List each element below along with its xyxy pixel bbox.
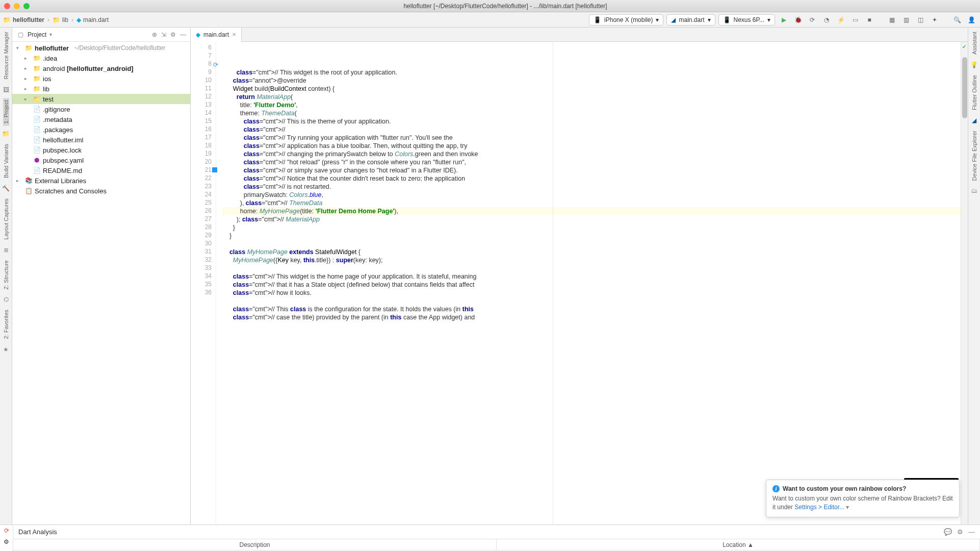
chevron-down-icon[interactable]: ▾ — [846, 504, 849, 511]
tree-label: android [helloflutter_android] — [43, 65, 134, 72]
stop-button[interactable]: ■ — [864, 14, 875, 26]
project-panel-title[interactable]: Project — [28, 31, 46, 38]
tree-item[interactable]: 📄 README.md — [12, 165, 190, 176]
image-icon: 🖼 — [2, 86, 10, 94]
tree-item[interactable]: ▸ 📁 android [helloflutter_android] — [12, 63, 190, 73]
flutter-icon: ◢ — [671, 16, 676, 23]
tree-external-libs[interactable]: ▸ 📚 External Libraries — [12, 176, 190, 186]
sdk-manager-button[interactable]: ▥ — [900, 14, 912, 26]
breadcrumb-project[interactable]: helloflutter — [13, 16, 44, 23]
target-icon[interactable]: ⊕ — [152, 31, 157, 38]
notification-popup[interactable]: i Want to custom your own rainbow colors… — [766, 480, 960, 517]
tree-item[interactable]: ▸ 📁 .idea — [12, 53, 190, 63]
editor-scrollbar[interactable]: ✔ — [961, 42, 968, 524]
code-area[interactable]: class="cmt">// This widget is the root o… — [216, 42, 961, 524]
tree-label: Scratches and Consoles — [35, 187, 107, 195]
tree-item[interactable]: ▸ 📁 ios — [12, 73, 190, 84]
editor-tab-main[interactable]: ◆ main.dart ✕ — [191, 28, 242, 42]
chevron-right-icon[interactable]: ▸ — [24, 96, 31, 102]
rail-layout-captures[interactable]: Layout Captures — [3, 196, 9, 242]
folder-icon: 📁 — [24, 44, 33, 52]
chevron-right-icon[interactable]: ▸ — [24, 56, 31, 61]
rail-project[interactable]: 1: Project — [3, 98, 9, 126]
folder-icon: 📁 — [33, 75, 41, 82]
tree-label: ios — [43, 75, 51, 83]
breadcrumb-folder[interactable]: lib — [62, 16, 68, 23]
file-icon: 📄 — [33, 126, 41, 133]
layout-inspector-button[interactable]: ◫ — [915, 14, 926, 26]
tree-scratches[interactable]: 📋 Scratches and Consoles — [12, 186, 190, 196]
rail-favorites[interactable]: 2: Favorites — [3, 308, 9, 341]
dart-file-icon: ◆ — [196, 31, 200, 38]
minimize-icon[interactable]: — — [968, 528, 975, 536]
avd-selector[interactable]: 📱 Nexus 6P... ▾ — [718, 14, 775, 26]
debug-button[interactable]: 🐞 — [792, 14, 804, 26]
maximize-window-button[interactable] — [23, 3, 30, 9]
tree-item[interactable]: 📄 .packages — [12, 124, 190, 135]
refresh-icon[interactable]: ⟳ — [4, 527, 9, 534]
chevron-right-icon[interactable]: ▸ — [24, 76, 31, 81]
notification-link[interactable]: Settings > Editor... — [794, 504, 844, 511]
avd-manager-button[interactable]: ▦ — [886, 14, 897, 26]
tree-root-path: ~/Desktop/FlutterCode/helloflutter — [74, 44, 165, 52]
left-tool-rail: Resource Manager 🖼 1: Project 📁 Build Va… — [0, 28, 12, 524]
resource-button[interactable]: ✦ — [929, 14, 940, 26]
layers-icon: ≣ — [2, 246, 10, 254]
file-icon: 📄 — [33, 116, 41, 123]
scroll-thumb[interactable] — [962, 57, 967, 118]
hide-icon[interactable]: — — [180, 31, 186, 38]
chevron-right-icon[interactable]: ▸ — [16, 178, 22, 183]
tree-root[interactable]: ▾ 📁 helloflutter ~/Desktop/FlutterCode/h… — [12, 43, 190, 53]
run-button[interactable]: ▶ — [778, 14, 789, 26]
col-location[interactable]: Location ▲ — [497, 539, 980, 550]
chevron-right-icon: › — [46, 16, 50, 23]
window-controls — [4, 3, 30, 9]
search-button[interactable]: 🔍 — [951, 14, 963, 26]
feedback-icon[interactable]: 💬 — [944, 528, 952, 536]
runconfig-label: main.dart — [679, 16, 704, 23]
tree-item[interactable]: 📄 pubspec.lock — [12, 145, 190, 155]
check-icon: ✔ — [962, 44, 966, 49]
profile-button[interactable]: ◔ — [821, 14, 832, 26]
tree-item[interactable]: 📄 .metadata — [12, 114, 190, 124]
project-tree[interactable]: ▾ 📁 helloflutter ~/Desktop/FlutterCode/h… — [12, 42, 190, 524]
tree-label: .idea — [43, 55, 57, 62]
rail-resource-manager[interactable]: Resource Manager — [3, 30, 9, 82]
tree-item[interactable]: 📄 .gitignore — [12, 104, 190, 114]
user-icon[interactable]: 👤 — [966, 14, 977, 26]
folder-icon: 📁 — [53, 16, 60, 23]
notification-title: Want to custom your own rainbow colors? — [783, 485, 906, 492]
close-window-button[interactable] — [4, 3, 10, 9]
close-icon[interactable]: ✕ — [232, 32, 236, 37]
coverage-button[interactable]: ⟳ — [807, 14, 818, 26]
folder-icon: 📁 — [33, 65, 41, 72]
yaml-icon: ⬢ — [33, 157, 41, 164]
gear-icon[interactable]: ⚙ — [4, 538, 9, 545]
col-description[interactable]: Description — [13, 539, 497, 550]
chevron-right-icon[interactable]: ▸ — [24, 66, 31, 71]
device-selector[interactable]: 📱 iPhone X (mobile) ▾ — [589, 14, 663, 26]
hot-reload-button[interactable]: ⚡ — [835, 14, 846, 26]
tree-item[interactable]: ⬢ pubspec.yaml — [12, 155, 190, 165]
chevron-down-icon[interactable]: ▾ — [49, 32, 52, 37]
tree-item[interactable]: ▸ 📁 test — [12, 94, 190, 104]
rail-structure[interactable]: Z: Structure — [3, 258, 9, 291]
tree-item[interactable]: ▸ 📁 lib — [12, 84, 190, 94]
rail-flutter-outline[interactable]: Flutter Outline — [971, 73, 977, 112]
rail-build-variants[interactable]: Build Variants — [3, 142, 9, 180]
gear-icon[interactable]: ⚙ — [957, 528, 963, 536]
chevron-down-icon[interactable]: ▾ — [16, 45, 22, 51]
run-config-selector[interactable]: ◢ main.dart ▾ — [666, 14, 715, 26]
gear-icon[interactable]: ⚙ — [170, 31, 176, 38]
attach-button[interactable]: ▭ — [849, 14, 861, 26]
folder-icon: 📁 — [3, 16, 11, 23]
file-icon: 📄 — [33, 106, 41, 113]
tree-item[interactable]: 📄 helloflutter.iml — [12, 135, 190, 145]
chevron-right-icon[interactable]: ▸ — [24, 86, 31, 91]
minimize-window-button[interactable] — [14, 3, 20, 9]
tree-label: pubspec.lock — [43, 146, 82, 154]
rail-assistant[interactable]: Assistant — [971, 30, 977, 57]
collapse-icon[interactable]: ⇲ — [161, 31, 166, 38]
rail-device-file-explorer[interactable]: Device File Explorer — [971, 129, 977, 183]
breadcrumb-file[interactable]: main.dart — [83, 16, 109, 23]
